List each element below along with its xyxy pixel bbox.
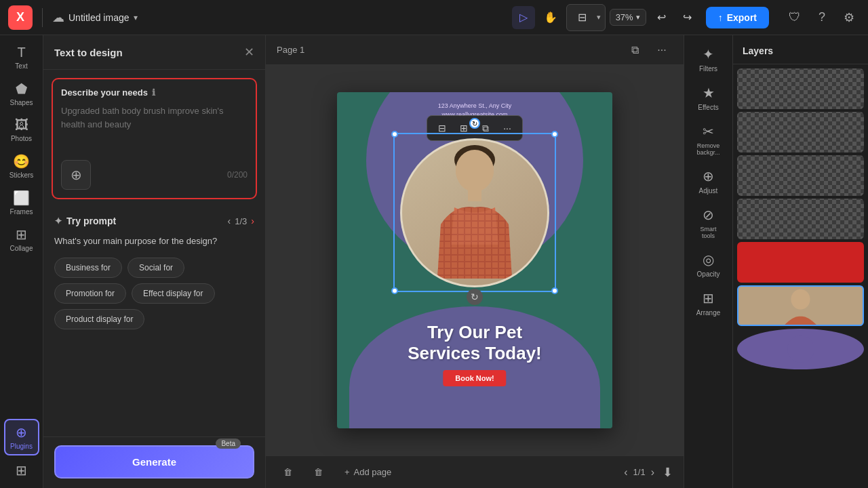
- layer-photo-preview: [738, 287, 863, 325]
- smart-tools-label: Smarttools: [700, 226, 716, 239]
- tag-social[interactable]: Social for: [127, 258, 184, 278]
- tag-promotion[interactable]: Promotion for: [54, 283, 126, 304]
- arrange-tool[interactable]: ⊞ Arrange: [688, 285, 729, 322]
- shield-icon[interactable]: 🛡: [784, 7, 806, 28]
- canvas-image-placeholder: [402, 140, 547, 285]
- layer-item-purple[interactable]: [737, 329, 864, 369]
- svg-point-8: [791, 289, 810, 310]
- app-logo[interactable]: X: [8, 5, 33, 30]
- trash-button[interactable]: 🗑: [307, 463, 330, 481]
- info-icon[interactable]: ℹ: [152, 87, 155, 98]
- sidebar-label-shapes: Shapes: [10, 99, 33, 106]
- page-next-button[interactable]: ›: [651, 466, 654, 479]
- canvas-float-toolbar: ⊟ ⊞ ⧉ ···: [427, 115, 523, 141]
- add-page-button[interactable]: + Add page: [338, 463, 398, 481]
- opacity-label: Opacity: [697, 270, 720, 278]
- float-tool-1[interactable]: ⊟: [433, 119, 452, 138]
- title-chevron-icon[interactable]: ▾: [134, 13, 138, 22]
- tag-business[interactable]: Business for: [54, 258, 122, 278]
- float-tool-3[interactable]: ⧉: [476, 119, 495, 138]
- undo-redo-group: ↩ ↪: [650, 6, 699, 29]
- topbar-divider: [42, 8, 43, 27]
- layer-item-active[interactable]: [737, 285, 864, 326]
- undo-button[interactable]: ↩: [650, 6, 673, 29]
- tag-effect[interactable]: Effect display for: [132, 283, 215, 304]
- text-icon: T: [17, 45, 25, 60]
- canvas-title-line1: Try Our Pet: [408, 322, 542, 343]
- canvas-main[interactable]: 123 Anywhere St., Any City www.reallygre…: [266, 65, 684, 455]
- canvas-cta-button[interactable]: Book Now!: [443, 370, 506, 386]
- layer-item[interactable]: [737, 68, 864, 109]
- more-options-button[interactable]: ···: [651, 39, 673, 61]
- layout-chevron-icon: ▾: [597, 13, 601, 22]
- topbar-tools: ▷ ✋ ⊟ ▾ 37% ▾ ↩ ↪: [512, 4, 699, 31]
- sidebar-label-stickers: Stickers: [9, 171, 34, 179]
- layer-item[interactable]: [737, 112, 864, 152]
- sidebar-item-frames[interactable]: ⬜ Frames: [4, 186, 39, 220]
- layout-tool[interactable]: ⊟: [571, 6, 594, 29]
- nav-indicator: 1/3: [235, 216, 247, 226]
- panel-close-button[interactable]: ✕: [244, 45, 254, 60]
- sidebar-item-photos[interactable]: 🖼 Photos: [4, 113, 39, 146]
- tag-product[interactable]: Product display for: [54, 309, 144, 329]
- plugin-panel: Text to design ✕ Describe your needs ℹ ⊕…: [43, 35, 266, 488]
- cursor-tool[interactable]: ▷: [512, 6, 535, 29]
- filters-tool[interactable]: ✦ Filters: [688, 41, 729, 78]
- nav-prev-button[interactable]: ‹: [228, 216, 231, 226]
- layers-header: Layers: [733, 35, 868, 64]
- sparkle-icon: ✦: [54, 216, 62, 226]
- beta-badge: Beta: [216, 439, 241, 449]
- layer-item[interactable]: [737, 155, 864, 196]
- add-image-button[interactable]: ⊕: [61, 160, 91, 190]
- sidebar-item-collage[interactable]: ⊞ Collage: [4, 222, 39, 256]
- panel-title: Text to design: [54, 47, 123, 58]
- effects-label: Effects: [698, 104, 718, 111]
- copy-page-button[interactable]: ⧉: [624, 39, 646, 61]
- canvas-title[interactable]: Try Our Pet Services Today!: [408, 322, 542, 364]
- zoom-group[interactable]: 37% ▾: [610, 9, 646, 26]
- adjust-tool[interactable]: ⊕ Adjust: [688, 163, 729, 200]
- settings-icon[interactable]: ⚙: [838, 7, 860, 28]
- nav-next-button[interactable]: ›: [251, 216, 254, 226]
- layer-item[interactable]: [737, 242, 864, 283]
- filters-icon: ✦: [703, 46, 714, 62]
- sidebar-item-text[interactable]: T Text: [4, 41, 39, 74]
- float-tool-2[interactable]: ⊞: [454, 119, 473, 138]
- svg-rect-3: [468, 189, 481, 201]
- sidebar-item-grid[interactable]: ⊞: [4, 458, 39, 483]
- document-title[interactable]: Untitled image: [68, 12, 130, 23]
- woman-figure-svg: [420, 143, 529, 285]
- sidebar-item-shapes[interactable]: ⬟ Shapes: [4, 77, 39, 110]
- describe-box: Describe your needs ℹ ⊕ 0/200: [52, 78, 257, 199]
- svg-point-2: [456, 150, 494, 190]
- hand-tool[interactable]: ✋: [539, 6, 562, 29]
- zoom-level: 37%: [616, 12, 633, 22]
- download-icon[interactable]: ⬇: [663, 465, 673, 480]
- adjust-label: Adjust: [699, 187, 718, 195]
- help-icon[interactable]: ?: [811, 7, 833, 28]
- delete-button[interactable]: 🗑: [277, 463, 299, 481]
- page-prev-button[interactable]: ‹: [624, 466, 627, 479]
- sidebar-label-plugins: Plugins: [10, 443, 33, 450]
- grid-icon: ⊞: [16, 462, 27, 479]
- float-more-button[interactable]: ···: [498, 119, 517, 138]
- tag-business-label: Business for: [66, 263, 111, 272]
- remove-bg-tool[interactable]: ✂ Removebackgr...: [688, 118, 729, 161]
- effects-tool[interactable]: ★ Effects: [688, 79, 729, 117]
- export-button[interactable]: ↑ Export: [706, 7, 769, 28]
- smart-tools-tool[interactable]: ⊘ Smarttools: [688, 201, 729, 245]
- arrange-label: Arrange: [696, 309, 721, 317]
- right-panel: ✦ Filters ★ Effects ✂ Removebackgr... ⊕ …: [684, 35, 732, 488]
- opacity-tool[interactable]: ◎ Opacity: [688, 246, 729, 283]
- tag-product-label: Product display for: [66, 314, 133, 324]
- design-canvas[interactable]: 123 Anywhere St., Any City www.reallygre…: [337, 92, 612, 428]
- smart-tools-icon: ⊘: [703, 207, 714, 223]
- sidebar-item-stickers[interactable]: 😊 Stickers: [4, 149, 39, 183]
- layer-item[interactable]: [737, 199, 864, 239]
- layout-group: ⊟ ▾: [566, 4, 606, 31]
- canvas-image-circle[interactable]: [400, 138, 549, 287]
- sidebar-item-plugins[interactable]: ⊕ Plugins: [4, 419, 39, 455]
- redo-button[interactable]: ↪: [676, 6, 699, 29]
- generate-button[interactable]: Generate: [54, 445, 254, 479]
- describe-textarea[interactable]: [61, 104, 248, 152]
